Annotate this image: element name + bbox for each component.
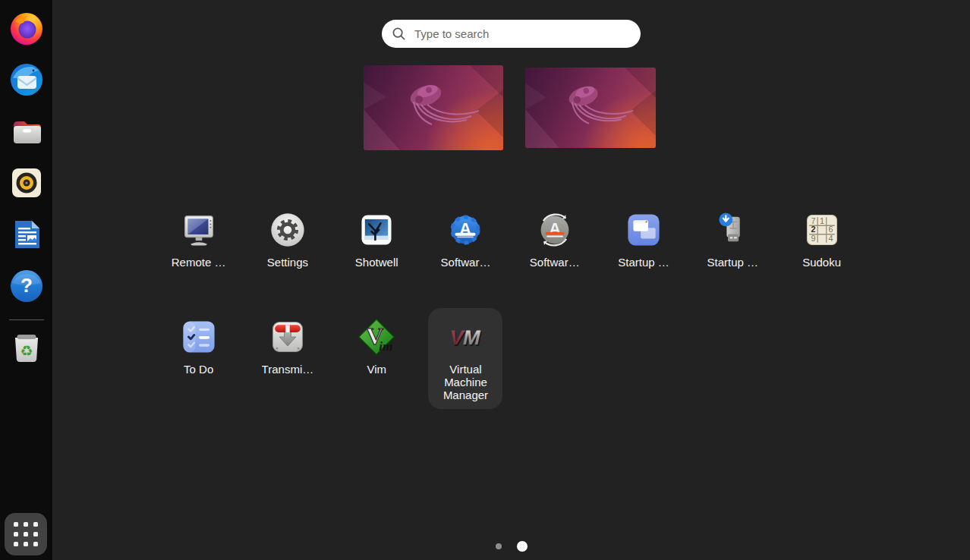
- app-label: Softwar…: [530, 256, 580, 269]
- settings-gear-icon: [268, 210, 307, 250]
- app-label: Transmi…: [262, 363, 314, 376]
- help-icon: ?: [8, 268, 45, 304]
- dock-item-libreoffice-writer[interactable]: [8, 216, 45, 253]
- svg-text:?: ?: [20, 274, 33, 297]
- ubuntu-software-icon: A: [446, 210, 485, 250]
- app-label: Vim: [367, 363, 386, 376]
- sudoku-icon: 7 1 2 6 9 4: [802, 210, 842, 250]
- vim-icon: V im: [357, 317, 396, 357]
- thunderbird-icon: [8, 61, 45, 98]
- app-label: Settings: [267, 256, 308, 269]
- todo-icon: [179, 317, 219, 357]
- shotwell-icon: [357, 210, 396, 250]
- show-apps-grid-icon: [14, 522, 38, 546]
- app-tile-software[interactable]: A Softwar…: [428, 201, 502, 302]
- svg-text:9: 9: [811, 234, 815, 243]
- app-tile-software-updater[interactable]: A Softwar…: [518, 201, 592, 302]
- firefox-icon: [8, 10, 45, 46]
- app-label: Softwar…: [441, 256, 491, 269]
- dock: ? ♻: [0, 0, 52, 560]
- app-tile-shotwell[interactable]: Shotwell: [339, 201, 414, 302]
- app-tile-settings[interactable]: Settings: [250, 201, 325, 302]
- virtual-machine-manager-icon: VM V M: [446, 317, 485, 357]
- show-apps-button[interactable]: [5, 513, 47, 555]
- app-label: Sudoku: [802, 256, 841, 269]
- software-updater-icon: A: [535, 210, 575, 250]
- transmission-icon: [268, 317, 307, 357]
- search-bar: [382, 20, 641, 48]
- app-tile-remote[interactable]: Remote …: [162, 201, 236, 302]
- trash-icon: ♻: [8, 329, 45, 365]
- files-icon: [8, 113, 45, 149]
- dock-separator: [9, 319, 44, 320]
- svg-text:A: A: [549, 219, 561, 238]
- app-tile-todo[interactable]: To Do: [162, 308, 236, 409]
- app-grid: Remote …: [154, 201, 868, 409]
- app-label: Remote …: [172, 256, 226, 269]
- startup-disk-creator-icon: [713, 210, 752, 250]
- app-label: Virtual Machine Manager: [430, 363, 501, 401]
- svg-text:1: 1: [820, 216, 824, 225]
- svg-text:♻: ♻: [20, 342, 33, 359]
- remote-desktop-icon: [179, 210, 219, 250]
- app-tile-virtual-machine-manager[interactable]: VM V M Virtual Machine Manager: [428, 308, 502, 409]
- dock-item-firefox[interactable]: [8, 10, 45, 46]
- workspace-thumbnail-1[interactable]: [364, 65, 503, 150]
- page-indicator: [52, 541, 970, 552]
- dock-item-thunderbird[interactable]: [8, 61, 45, 98]
- app-grid-row-1: Remote …: [154, 201, 868, 302]
- svg-text:im: im: [379, 339, 392, 354]
- app-tile-startup-applications[interactable]: Startup …: [606, 201, 681, 302]
- app-tile-startup-disk-creator[interactable]: Startup …: [695, 201, 770, 302]
- app-grid-row-2: To Do: [154, 308, 868, 409]
- app-tile-transmission[interactable]: Transmi…: [250, 308, 325, 409]
- app-tile-vim[interactable]: V im Vim: [339, 308, 414, 409]
- dock-item-rhythmbox[interactable]: [8, 165, 45, 201]
- dock-item-trash[interactable]: ♻: [8, 329, 45, 365]
- dock-items: ? ♻: [0, 0, 52, 365]
- app-label: Shotwell: [355, 256, 398, 269]
- page-dot-2[interactable]: [517, 541, 528, 552]
- svg-text:2: 2: [811, 225, 815, 234]
- search-icon: [392, 27, 406, 41]
- gnome-activities-overview: ? ♻: [0, 0, 970, 560]
- svg-text:4: 4: [828, 234, 833, 243]
- app-tile-sudoku[interactable]: 7 1 2 6 9 4 Sudoku: [785, 201, 859, 302]
- dock-item-help[interactable]: ?: [8, 268, 45, 304]
- svg-text:7: 7: [811, 216, 815, 225]
- ubuntu-jellyfish-wallpaper: [364, 65, 503, 150]
- rhythmbox-icon: [8, 165, 45, 201]
- app-label: Startup …: [707, 256, 759, 269]
- startup-applications-icon: [624, 210, 663, 250]
- svg-text:6: 6: [828, 225, 833, 234]
- libreoffice-writer-icon: [8, 216, 45, 253]
- ubuntu-jellyfish-wallpaper: [525, 68, 656, 148]
- app-label: Startup …: [618, 256, 669, 269]
- workspace-thumbnail-2[interactable]: [525, 68, 656, 148]
- search-input[interactable]: [413, 27, 635, 41]
- dock-item-files[interactable]: [8, 113, 45, 149]
- page-dot-1[interactable]: [496, 543, 502, 549]
- app-label: To Do: [184, 363, 213, 376]
